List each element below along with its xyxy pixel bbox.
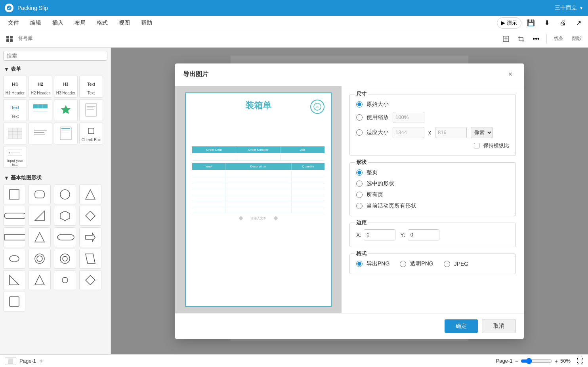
shape-parallelogram[interactable] xyxy=(79,249,101,269)
shape-stadium[interactable] xyxy=(3,206,25,226)
sidebar-item-h2header[interactable]: H2 H2 Header xyxy=(29,76,52,98)
shape-group-title: 形状 xyxy=(355,159,368,166)
original-size-radio[interactable] xyxy=(356,101,363,108)
svg-rect-34 xyxy=(10,190,19,199)
line-tab[interactable]: 线条 xyxy=(551,34,567,44)
sidebar-item-table[interactable] xyxy=(29,99,52,121)
keep-ratio-label: 保持横纵比 xyxy=(483,142,509,149)
use-scale-radio[interactable] xyxy=(356,114,363,121)
share-btn[interactable]: ↗ xyxy=(572,17,585,29)
fit-page-btn[interactable] xyxy=(500,33,512,45)
modal-close-button[interactable]: × xyxy=(505,69,516,80)
shadow-tab[interactable]: 阴影 xyxy=(569,34,585,44)
shape-ring[interactable] xyxy=(29,249,51,269)
menu-layout[interactable]: 布局 xyxy=(70,18,90,28)
shape-circle[interactable] xyxy=(54,184,76,204)
fit-height-input[interactable] xyxy=(435,127,467,138)
shape-rect-wide[interactable] xyxy=(3,227,25,247)
fit-width-input[interactable] xyxy=(393,127,424,138)
sidebar-item-invoice[interactable] xyxy=(54,123,78,144)
format-jpeg-radio[interactable] xyxy=(444,261,450,267)
format-png-radio[interactable] xyxy=(356,261,363,267)
export-image-modal: 导出图片 × 装箱单 © xyxy=(175,63,524,339)
shape-rect-outline[interactable] xyxy=(3,292,25,311)
menu-format[interactable]: 格式 xyxy=(92,18,113,28)
shape-currentpage-row: 当前活动页所有形状 xyxy=(356,202,509,209)
sidebar-item-doc[interactable] xyxy=(79,99,103,121)
canvas-area[interactable]: 导出图片 × 装箱单 © xyxy=(111,48,588,354)
add-page-btn[interactable]: + xyxy=(39,357,43,365)
size-group: 尺寸 原始大小 使用缩放 xyxy=(349,94,516,156)
symbol-library-btn[interactable] xyxy=(3,33,16,45)
shape-square[interactable] xyxy=(3,184,25,204)
sidebar-item-text2[interactable]: Text Text xyxy=(3,99,27,121)
crop-btn[interactable] xyxy=(515,33,527,45)
shape-tri-up[interactable] xyxy=(29,270,51,290)
svg-rect-8 xyxy=(33,104,48,108)
sidebar-item-text1[interactable]: Text Text xyxy=(79,76,103,98)
search-input[interactable] xyxy=(3,51,107,61)
confirm-button[interactable]: 确定 xyxy=(445,319,478,333)
x-separator: x xyxy=(428,129,431,136)
shape-selected-radio[interactable] xyxy=(356,181,363,187)
menu-view[interactable]: 视图 xyxy=(114,18,135,28)
scale-value-input[interactable] xyxy=(393,112,424,123)
format-transpng-radio[interactable] xyxy=(400,261,406,267)
export-btn[interactable]: ⬇ xyxy=(540,17,553,29)
shape-triangle[interactable] xyxy=(79,184,101,204)
user-dropdown-arrow[interactable]: ▼ xyxy=(579,6,583,10)
save-btn[interactable]: 💾 xyxy=(525,17,537,29)
sidebar-item-textlines[interactable] xyxy=(29,123,52,144)
menu-help[interactable]: 帮助 xyxy=(136,18,157,28)
fit-size-radio[interactable] xyxy=(356,129,363,136)
demo-btn[interactable]: ▶ 演示 xyxy=(497,17,521,29)
shape-hexagon[interactable] xyxy=(54,206,76,226)
shape-rounded-wide[interactable] xyxy=(54,227,76,247)
sidebar-item-multicol[interactable] xyxy=(3,123,27,144)
margin-group: 边距 X: Y: xyxy=(349,223,516,247)
menu-edit[interactable]: 编辑 xyxy=(25,18,46,28)
menu-insert[interactable]: 插入 xyxy=(48,18,68,28)
shape-diamond[interactable] xyxy=(79,206,101,226)
shape-currentpage-radio[interactable] xyxy=(356,203,363,209)
print-btn[interactable]: 🖨 xyxy=(556,17,569,29)
zoom-in-btn[interactable]: + xyxy=(555,358,558,364)
shape-right-triangle[interactable] xyxy=(29,206,51,226)
svg-rect-42 xyxy=(4,234,25,240)
shape-fullpage-radio[interactable] xyxy=(356,169,363,176)
shape-right-tri2[interactable] xyxy=(3,270,25,290)
keep-ratio-checkbox[interactable] xyxy=(474,143,479,148)
menu-file[interactable]: 文件 xyxy=(3,18,24,28)
sidebar-item-h1header[interactable]: H1 H1 Header xyxy=(3,76,27,98)
shape-ring2[interactable] xyxy=(54,249,76,269)
margin-row: X: Y: xyxy=(356,229,509,240)
shape-allpages-radio[interactable] xyxy=(356,192,363,198)
shape-chevron[interactable] xyxy=(79,270,101,290)
cancel-button[interactable]: 取消 xyxy=(482,319,516,333)
shape-isosceles-tri[interactable] xyxy=(29,227,51,247)
section-shapes[interactable]: ▼ 基本绘图形状 xyxy=(3,173,107,183)
svg-point-13 xyxy=(64,108,68,112)
preview-diamond-left xyxy=(239,216,243,220)
more-btn[interactable]: ••• xyxy=(530,33,542,45)
margin-y-input[interactable] xyxy=(408,229,439,240)
fullscreen-btn[interactable]: ⛶ xyxy=(577,357,583,365)
shape-oval[interactable] xyxy=(3,249,25,269)
shape-capsule[interactable] xyxy=(54,270,76,290)
sidebar-item-h3header[interactable]: H3 H3 Header xyxy=(54,76,78,98)
sidebar-item-input[interactable]: Input your te... xyxy=(3,146,27,168)
zoom-out-btn[interactable]: − xyxy=(515,358,518,364)
zoom-slider[interactable] xyxy=(521,358,552,364)
shape-allpages-label: 所有页 xyxy=(367,191,383,198)
svg-marker-37 xyxy=(86,190,95,199)
fit-unit-select[interactable]: 像素 cm mm xyxy=(471,127,493,138)
margin-x-input[interactable] xyxy=(364,229,395,240)
sidebar-item-checkbox[interactable]: Check Box xyxy=(79,123,103,144)
shape-rounded-rect[interactable] xyxy=(29,184,51,204)
shape-arrow[interactable] xyxy=(79,227,101,247)
page-tab-btn[interactable]: ⬜ xyxy=(5,357,16,365)
section-form[interactable]: ▼ 表单 xyxy=(3,64,107,74)
sidebar-item-cross[interactable] xyxy=(54,99,78,121)
text2-preview: Text xyxy=(7,102,23,113)
svg-marker-55 xyxy=(86,275,95,285)
